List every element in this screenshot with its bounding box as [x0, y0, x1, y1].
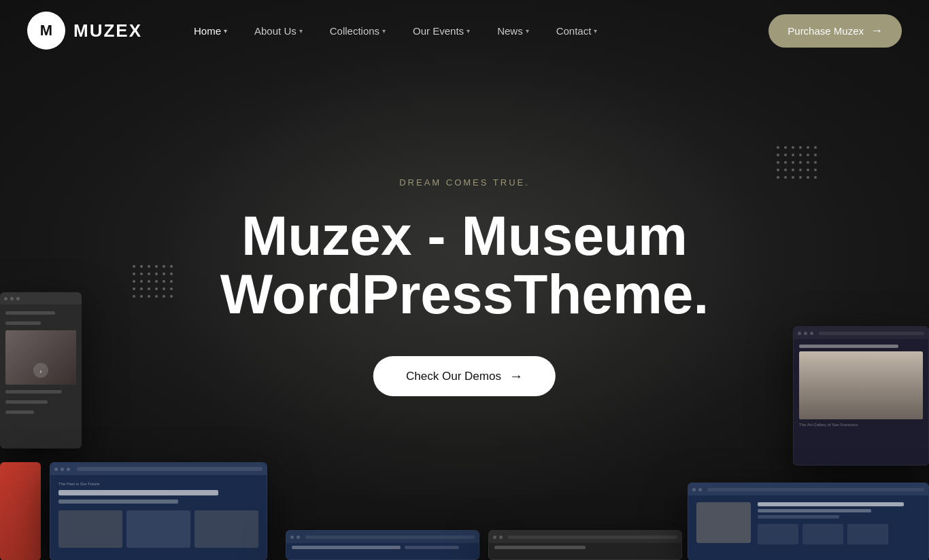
- dot: [155, 287, 158, 290]
- dot: [170, 287, 173, 290]
- dot: [133, 287, 135, 290]
- card-image: [799, 351, 923, 419]
- card-nav-arrow: ›: [33, 363, 48, 378]
- preview-card-right-bottom: [688, 483, 929, 560]
- right-caption: The Art Gallery of San Francisco: [799, 423, 923, 427]
- hero-tagline: DREAM COMES TRUE.: [220, 177, 709, 188]
- dot: [814, 146, 817, 149]
- dot: [155, 273, 158, 275]
- hero-title: Muzex - Museum WordPressTheme.: [220, 207, 709, 323]
- dot: [133, 295, 135, 298]
- browser-bar: [489, 531, 681, 543]
- dot: [792, 154, 794, 156]
- dot: [807, 176, 809, 179]
- dot: [799, 176, 802, 179]
- dot: [170, 265, 173, 268]
- arrow-icon: →: [871, 24, 883, 38]
- hero-content: DREAM COMES TRUE. Muzex - Museum WordPre…: [220, 177, 709, 396]
- navbar: M MUZEX Home ▾ About Us ▾ Collections ▾ …: [0, 0, 929, 61]
- dot: [792, 161, 794, 164]
- preview-card-left-bottom: [0, 462, 41, 560]
- dot: [148, 273, 150, 275]
- preview-card-right-top: The Art Gallery of San Francisco: [793, 326, 929, 466]
- dot: [777, 146, 779, 149]
- nav-item-collections[interactable]: Collections ▾: [319, 20, 396, 42]
- dot-grid-left: [133, 265, 173, 298]
- browser-bar: [688, 483, 928, 495]
- purchase-button[interactable]: Purchase Muzex →: [768, 14, 902, 48]
- dot: [777, 154, 779, 156]
- nav-item-news[interactable]: News ▾: [486, 20, 540, 42]
- dot: [155, 265, 158, 268]
- dot: [163, 287, 165, 290]
- preview-card-center-left: The Past is Our Future: [50, 462, 267, 560]
- nav-item-events[interactable]: Our Events ▾: [402, 20, 481, 42]
- dot: [777, 176, 779, 179]
- browser-bar: [794, 327, 928, 339]
- dot: [807, 169, 809, 171]
- dot: [799, 154, 802, 156]
- chevron-icon: ▾: [299, 27, 303, 35]
- dot: [777, 169, 779, 171]
- card-image: [696, 502, 751, 543]
- dot: [777, 161, 779, 164]
- preview-card-center-right: [488, 530, 682, 560]
- dot: [792, 176, 794, 179]
- dot: [799, 146, 802, 149]
- chevron-icon: ▾: [224, 27, 227, 35]
- arrow-icon: →: [509, 368, 523, 384]
- dot: [807, 154, 809, 156]
- dot: [814, 154, 817, 156]
- dot: [148, 280, 150, 283]
- dot: [814, 176, 817, 179]
- dot: [155, 280, 158, 283]
- dot: [792, 169, 794, 171]
- dot: [807, 146, 809, 149]
- dot: [814, 169, 817, 171]
- dot: [148, 295, 150, 298]
- browser-bar: [286, 531, 479, 543]
- dot: [148, 287, 150, 290]
- dot: [784, 154, 787, 156]
- dot: [170, 280, 173, 283]
- dot: [814, 161, 817, 164]
- dot: [140, 273, 143, 275]
- dot: [170, 295, 173, 298]
- dot: [784, 146, 787, 149]
- dot: [163, 273, 165, 275]
- dot: [133, 280, 135, 283]
- browser-bar: [0, 292, 82, 304]
- nav-item-contact[interactable]: Contact ▾: [545, 20, 609, 42]
- dot: [784, 169, 787, 171]
- dot: [140, 265, 143, 268]
- dot: [140, 280, 143, 283]
- dot: [170, 273, 173, 275]
- chevron-icon: ▾: [526, 27, 529, 35]
- nav-item-home[interactable]: Home ▾: [183, 20, 238, 42]
- dot: [792, 146, 794, 149]
- browser-bar: [50, 463, 267, 475]
- dot: [133, 273, 135, 275]
- preview-card-left-top: ›: [0, 292, 82, 449]
- nav-links: Home ▾ About Us ▾ Collections ▾ Our Even…: [183, 20, 768, 42]
- dot: [799, 161, 802, 164]
- chevron-icon: ▾: [594, 27, 597, 35]
- dot: [140, 295, 143, 298]
- logo[interactable]: M MUZEX: [27, 12, 142, 50]
- chevron-icon: ▾: [382, 27, 386, 35]
- dot: [155, 295, 158, 298]
- dot: [163, 295, 165, 298]
- dot: [799, 169, 802, 171]
- dot: [784, 176, 787, 179]
- dot: [148, 265, 150, 268]
- preview-card-center-mid: [286, 530, 479, 560]
- logo-name: MUZEX: [73, 20, 142, 41]
- dot: [784, 161, 787, 164]
- logo-icon: M: [27, 12, 65, 50]
- dot-grid-right: [777, 146, 817, 179]
- dot: [807, 161, 809, 164]
- nav-item-about[interactable]: About Us ▾: [243, 20, 314, 42]
- check-demos-button[interactable]: Check Our Demos →: [373, 356, 556, 396]
- dot: [163, 280, 165, 283]
- dot: [163, 265, 165, 268]
